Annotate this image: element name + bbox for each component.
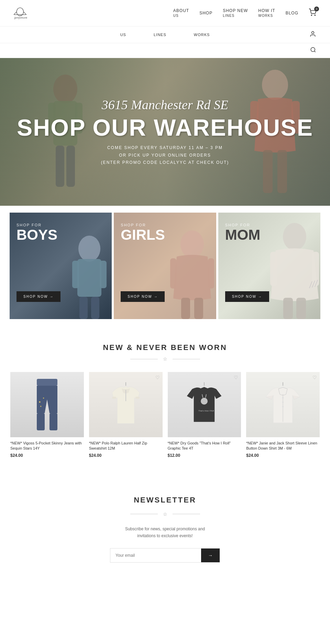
section-header: NEW & NEVER BEEN WORN ☆ — [10, 343, 320, 362]
search-bar — [0, 43, 330, 58]
new-items-section: NEW & NEVER BEEN WORN ☆ ★ ★ ★ — [0, 326, 330, 468]
category-mom[interactable]: SHOP FOR MOM SHOP NOW → — [218, 213, 320, 319]
shop-categories: SHOP FOR BOYS SHOP NOW → SHOP FOR G — [0, 206, 330, 326]
svg-point-32 — [283, 223, 306, 250]
svg-text:That's How I Roll: That's How I Roll — [198, 410, 214, 412]
tee-svg: That's How I Roll — [185, 382, 223, 427]
svg-rect-25 — [79, 297, 88, 319]
svg-point-21 — [78, 236, 100, 262]
svg-rect-29 — [208, 258, 214, 289]
product-linen-name: *NEW* Janie and Jack Short Sleeve Linen … — [246, 441, 320, 451]
svg-point-27 — [180, 230, 204, 258]
svg-point-52 — [201, 398, 208, 405]
nav-how-it[interactable]: HOW ITWORKS — [258, 8, 275, 18]
product-jeans[interactable]: ★ ★ ★ *NEW* Vigoss 5-Pocket Skinny Jeans… — [10, 372, 84, 458]
product-tee-price: $12.00 — [168, 453, 241, 458]
divider-left — [130, 359, 158, 359]
category-boys-text: SHOP FOR BOYS — [16, 223, 57, 243]
cart-count: 0 — [314, 7, 319, 11]
subnav-lines[interactable]: LINES — [154, 33, 166, 37]
product-tee[interactable]: ♡ That's How I Roll *NEW* Dry Goods "Tha… — [168, 372, 241, 458]
girls-shop-for-label: SHOP FOR — [121, 223, 165, 227]
svg-point-16 — [262, 70, 288, 100]
newsletter-section: NEWSLETTER ☆ Subscribe for news, special… — [0, 468, 330, 583]
hero-line2: OR PICK UP YOUR ONLINE ORDERS — [17, 152, 313, 159]
boys-shop-now[interactable]: SHOP NOW → — [16, 291, 60, 302]
nav-shop[interactable]: SHOP — [199, 11, 212, 15]
cart-icon[interactable]: 0 — [309, 9, 316, 18]
product-linen-image: ♡ — [246, 372, 320, 437]
subnav-works[interactable]: WORKS — [194, 33, 210, 37]
product-polo[interactable]: ♡ *NEW* Polo Ralph Lauren Half Zip Sw — [89, 372, 163, 458]
site-header: [pre]shrunk ABOUTUS SHOP SHOP NEWLINES H… — [0, 0, 330, 26]
newsletter-submit-button[interactable]: → — [201, 549, 220, 562]
svg-line-9 — [314, 51, 315, 52]
svg-text:★: ★ — [38, 400, 41, 404]
svg-line-1 — [14, 12, 16, 14]
hero-subtitle: COME SHOP EVERY SATURDAY 11 AM – 3 PM OR… — [17, 144, 313, 167]
svg-point-7 — [312, 32, 314, 34]
boys-name: BOYS — [16, 227, 57, 243]
boys-shop-for-label: SHOP FOR — [16, 223, 57, 227]
svg-point-60 — [282, 406, 284, 407]
girls-shop-now[interactable]: SHOP NOW → — [121, 291, 165, 302]
user-icon[interactable] — [309, 31, 316, 39]
product-jeans-price: $24.00 — [10, 453, 84, 458]
svg-point-6 — [315, 15, 315, 15]
svg-rect-24 — [100, 261, 107, 288]
product-polo-name: *NEW* Polo Ralph Lauren Half Zip Sweatsh… — [89, 441, 163, 451]
mom-shop-for-label: SHOP FOR — [225, 223, 261, 227]
jeans-svg: ★ ★ ★ — [35, 379, 59, 430]
tee-wishlist[interactable]: ♡ — [234, 375, 238, 380]
svg-rect-30 — [181, 298, 190, 319]
svg-text:★: ★ — [43, 397, 44, 399]
star-icon: ☆ — [163, 356, 167, 362]
nav-shop-new[interactable]: SHOP NEWLINES — [223, 8, 248, 18]
svg-rect-50 — [135, 397, 140, 399]
nav-about[interactable]: ABOUTUS — [173, 8, 189, 18]
linen-svg — [264, 382, 302, 427]
product-jeans-name: *NEW* Vigoss 5-Pocket Skinny Jeans with … — [10, 441, 84, 451]
newsletter-email-input[interactable] — [110, 549, 201, 562]
svg-point-5 — [311, 15, 312, 15]
hero-address: 3615 Manchester Rd SE — [17, 97, 313, 112]
divider-right — [173, 359, 200, 359]
newsletter-title: NEWSLETTER — [10, 496, 320, 505]
mom-shop-now[interactable]: SHOP NOW → — [225, 291, 269, 302]
girls-name: GIRLS — [121, 227, 165, 243]
svg-rect-38 — [283, 298, 293, 319]
newsletter-form: → — [110, 548, 220, 563]
svg-rect-40 — [37, 379, 57, 386]
top-nav: ABOUTUS SHOP SHOP NEWLINES HOW ITWORKS B… — [173, 8, 316, 18]
product-tee-name: *NEW* Dry Goods "That's How I Roll" Grap… — [168, 441, 241, 451]
hero-line3: (ENTER PROMO CODE LOCALYYC AT CHECK OUT) — [17, 159, 313, 167]
product-linen[interactable]: ♡ *N — [246, 372, 320, 458]
mom-name: MOM — [225, 227, 261, 243]
hero-title: SHOP OUR WAREHOUSE — [17, 116, 313, 139]
svg-rect-23 — [72, 261, 79, 288]
svg-rect-39 — [296, 298, 306, 319]
svg-text:[pre]shrunk: [pre]shrunk — [14, 16, 28, 19]
section-title: NEW & NEVER BEEN WORN — [10, 343, 320, 352]
polo-wishlist[interactable]: ♡ — [155, 375, 160, 380]
logo-area[interactable]: [pre]shrunk — [14, 6, 31, 20]
search-icon[interactable] — [310, 47, 316, 54]
svg-rect-33 — [270, 252, 277, 286]
subnav-us[interactable]: US — [120, 33, 126, 37]
svg-point-8 — [311, 47, 315, 52]
polo-svg — [109, 382, 143, 427]
linen-wishlist[interactable]: ♡ — [312, 375, 317, 380]
svg-rect-31 — [194, 298, 203, 319]
svg-line-2 — [23, 12, 26, 14]
category-boys[interactable]: SHOP FOR BOYS SHOP NOW → — [10, 213, 112, 319]
svg-rect-49 — [112, 397, 116, 399]
svg-rect-22 — [77, 259, 101, 297]
hero-banner: 3615 Manchester Rd SE SHOP OUR WAREHOUSE… — [0, 58, 330, 206]
newsletter-divider-right — [173, 514, 200, 514]
svg-point-59 — [282, 402, 284, 403]
svg-rect-41 — [37, 413, 45, 430]
svg-point-58 — [282, 397, 284, 398]
category-girls[interactable]: SHOP FOR GIRLS SHOP NOW → — [114, 213, 216, 319]
nav-blog[interactable]: BLOG — [286, 11, 298, 15]
category-mom-text: SHOP FOR MOM — [225, 223, 261, 243]
